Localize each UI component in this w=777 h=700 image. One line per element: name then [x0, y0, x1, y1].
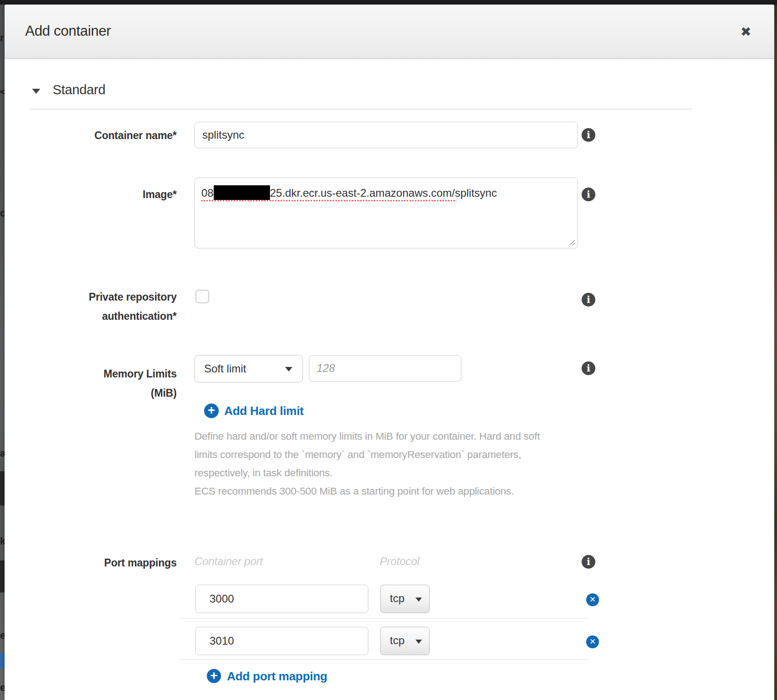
screen: r < o a ki e e Add container ✖ Standard … — [0, 0, 777, 700]
backdrop-text-fragment: e — [0, 683, 5, 693]
section-standard-header[interactable]: Standard — [5, 82, 774, 101]
add-hard-limit-button[interactable]: + Add Hard limit — [204, 403, 323, 419]
memory-limits-label-line2: (MiB) — [5, 383, 177, 403]
add-container-modal: Add container ✖ Standard Container name*… — [5, 5, 774, 700]
private-repo-row: Private repository authentication* i — [5, 284, 774, 325]
add-port-mapping-button[interactable]: + Add port mapping — [207, 668, 353, 684]
backdrop-text-fragment: < — [0, 87, 5, 97]
memory-limit-value-input[interactable] — [309, 355, 461, 382]
chevron-down-icon — [415, 640, 422, 644]
backdrop-text-fragment: e — [0, 630, 5, 641]
chevron-down-icon — [32, 89, 40, 94]
add-hard-limit-label: Add Hard limit — [224, 404, 303, 418]
delete-port-mapping-button[interactable]: ✕ — [586, 635, 599, 648]
delete-port-mapping-button[interactable]: ✕ — [586, 593, 599, 606]
backdrop-right-edge — [774, 0, 777, 700]
backdrop-top-bar — [0, 0, 777, 5]
backdrop-image-fragment — [0, 471, 5, 506]
memory-limit-type-select[interactable]: Soft limit — [194, 355, 303, 382]
private-repo-label-line1: Private repository — [5, 287, 177, 307]
container-port-column-header: Container port — [194, 555, 263, 568]
chevron-down-icon — [285, 367, 292, 372]
memory-help-para2: ECS recommends 300-500 MiB as a starting… — [194, 482, 554, 501]
container-port-input[interactable] — [195, 627, 368, 655]
protocol-value: tcp — [390, 592, 405, 605]
private-repo-checkbox[interactable] — [195, 290, 209, 303]
container-name-row: Container name* i — [5, 122, 774, 149]
plus-icon: + — [207, 669, 221, 683]
backdrop-text-fragment: ki — [0, 536, 5, 546]
chevron-down-icon — [415, 598, 422, 602]
memory-help-text: Define hard and/or soft memory limits in… — [194, 427, 554, 501]
port-mappings-label: Port mappings — [5, 555, 177, 571]
memory-limits-label: Memory Limits (MiB) — [5, 364, 177, 403]
plus-icon: + — [204, 404, 219, 418]
close-icon: ✖ — [740, 25, 751, 39]
port-row-divider — [181, 659, 588, 660]
container-name-label: Container name* — [5, 122, 177, 149]
container-name-input[interactable] — [194, 122, 578, 148]
info-icon[interactable]: i — [582, 361, 595, 375]
backdrop-button-fragment — [0, 653, 5, 668]
backdrop-image-fragment — [0, 560, 5, 592]
image-textarea[interactable]: 0825.dkr.ecr.us-east-2.amazonaws.com/spl… — [194, 178, 578, 248]
info-icon[interactable]: i — [582, 128, 595, 142]
resize-handle-icon[interactable] — [568, 239, 576, 246]
info-icon[interactable]: i — [582, 555, 595, 569]
memory-limits-label-line1: Memory Limits — [5, 364, 177, 383]
backdrop-text-fragment: a — [0, 448, 5, 458]
port-mapping-row: tcp ✕ — [5, 585, 774, 614]
memory-help-para1: Define hard and/or soft memory limits in… — [194, 427, 554, 482]
protocol-column-header: Protocol — [380, 555, 419, 568]
image-value: 0825.dkr.ecr.us-east-2.amazonaws.com/ — [201, 187, 455, 201]
port-row-divider — [181, 618, 588, 619]
section-divider — [30, 109, 692, 109]
modal-header: Add container ✖ — [5, 5, 774, 59]
backdrop-text-fragment: o — [0, 208, 5, 218]
info-icon[interactable]: i — [582, 188, 595, 201]
private-repo-label-line2: authentication* — [5, 307, 177, 326]
info-icon[interactable]: i — [582, 293, 595, 307]
modal-title: Add container — [25, 23, 111, 39]
protocol-select[interactable]: tcp — [380, 627, 430, 655]
add-port-mapping-label: Add port mapping — [227, 669, 327, 684]
port-mappings-header-row: Port mappings Container port Protocol i — [5, 555, 774, 571]
memory-limit-type-value: Soft limit — [204, 362, 246, 375]
protocol-value: tcp — [390, 634, 405, 647]
section-title: Standard — [53, 82, 105, 97]
backdrop-text-fragment: r — [0, 33, 4, 43]
backdrop-left-edge: r < o a ki e e — [0, 0, 5, 700]
close-button[interactable]: ✖ — [737, 23, 755, 41]
private-repo-label: Private repository authentication* — [5, 287, 177, 326]
container-port-input[interactable] — [195, 585, 368, 613]
memory-limits-row: Memory Limits (MiB) Soft limit i — [5, 355, 774, 382]
image-row: Image* 0825.dkr.ecr.us-east-2.amazonaws.… — [5, 178, 774, 248]
image-label: Image* — [5, 188, 177, 201]
redaction-box — [214, 185, 270, 200]
protocol-select[interactable]: tcp — [380, 585, 430, 613]
port-mapping-row: tcp ✕ — [5, 627, 774, 656]
